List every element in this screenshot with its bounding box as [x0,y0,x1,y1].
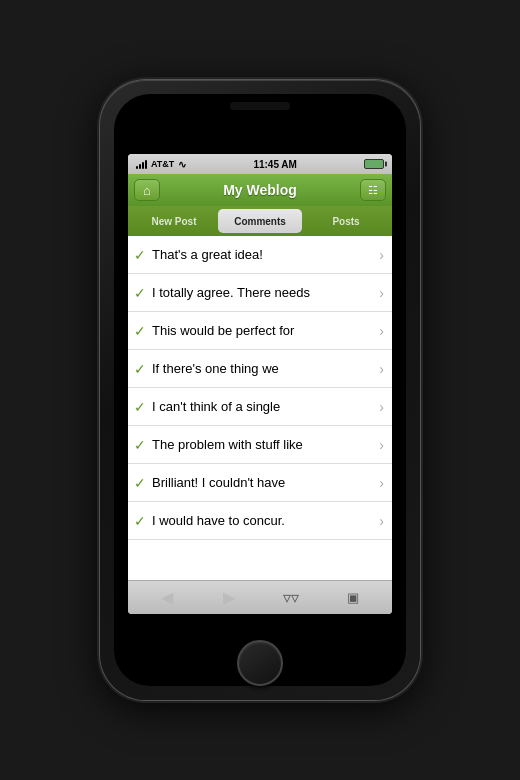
item-text: If there's one thing we [152,361,375,376]
screen: AT&T ∿ 11:45 AM ⌂ My Weblog ☷ [128,154,392,614]
home-physical-button[interactable] [237,640,283,686]
status-right [364,159,384,169]
chevron-icon: › [379,437,384,453]
item-text: I can't think of a single [152,399,375,414]
status-bar: AT&T ∿ 11:45 AM [128,154,392,174]
back-button[interactable]: ◀ [155,586,179,610]
list-item[interactable]: ✓ That's a great idea! › [128,236,392,274]
pages-button[interactable]: ▣ [341,586,365,610]
list-item[interactable]: ✓ If there's one thing we › [128,350,392,388]
signal-bar-3 [142,162,144,169]
check-icon: ✓ [134,437,146,453]
pages-icon: ▣ [347,590,359,605]
bookmarks-icon: ▿▿ [283,588,299,607]
status-left: AT&T ∿ [136,159,186,170]
chevron-icon: › [379,247,384,263]
tab-comments[interactable]: Comments [218,209,302,233]
battery-icon [364,159,384,169]
home-icon: ⌂ [143,183,151,198]
action-icon: ☷ [368,184,378,197]
signal-bar-1 [136,166,138,169]
chevron-icon: › [379,285,384,301]
check-icon: ✓ [134,361,146,377]
tab-bar: New Post Comments Posts [128,206,392,236]
item-text: That's a great idea! [152,247,375,262]
check-icon: ✓ [134,323,146,339]
list-item[interactable]: ✓ Brilliant! I couldn't have › [128,464,392,502]
check-icon: ✓ [134,247,146,263]
list-item[interactable]: ✓ I would have to concur. › [128,502,392,540]
check-icon: ✓ [134,399,146,415]
chevron-icon: › [379,475,384,491]
wifi-icon: ∿ [178,159,186,170]
signal-bars [136,159,147,169]
list-item[interactable]: ✓ I can't think of a single › [128,388,392,426]
back-icon: ◀ [161,588,173,607]
phone-frame: AT&T ∿ 11:45 AM ⌂ My Weblog ☷ [100,80,420,700]
tab-posts-label: Posts [332,216,359,227]
comments-list: ✓ That's a great idea! › ✓ I totally agr… [128,236,392,580]
signal-bar-2 [139,164,141,169]
item-text: The problem with stuff like [152,437,375,452]
chevron-icon: › [379,361,384,377]
bookmarks-button[interactable]: ▿▿ [279,586,303,610]
status-time: 11:45 AM [253,159,297,170]
action-button[interactable]: ☷ [360,179,386,201]
item-text: I would have to concur. [152,513,375,528]
chevron-icon: › [379,399,384,415]
carrier-label: AT&T [151,159,174,169]
list-item[interactable]: ✓ I totally agree. There needs › [128,274,392,312]
tab-new-post[interactable]: New Post [132,209,216,233]
check-icon: ✓ [134,513,146,529]
tab-new-post-label: New Post [151,216,196,227]
speaker [230,102,290,110]
nav-bar: ⌂ My Weblog ☷ [128,174,392,206]
home-button[interactable]: ⌂ [134,179,160,201]
item-text: Brilliant! I couldn't have [152,475,375,490]
tab-comments-label: Comments [234,216,286,227]
chevron-icon: › [379,323,384,339]
check-icon: ✓ [134,475,146,491]
signal-bar-4 [145,160,147,169]
list-item[interactable]: ✓ This would be perfect for › [128,312,392,350]
browser-bar: ◀ ▶ ▿▿ ▣ [128,580,392,614]
tab-posts[interactable]: Posts [304,209,388,233]
forward-icon: ▶ [223,588,235,607]
phone-inner: AT&T ∿ 11:45 AM ⌂ My Weblog ☷ [114,94,406,686]
check-icon: ✓ [134,285,146,301]
list-item[interactable]: ✓ The problem with stuff like › [128,426,392,464]
forward-button[interactable]: ▶ [217,586,241,610]
item-text: This would be perfect for [152,323,375,338]
nav-title: My Weblog [223,182,297,198]
chevron-icon: › [379,513,384,529]
item-text: I totally agree. There needs [152,285,375,300]
